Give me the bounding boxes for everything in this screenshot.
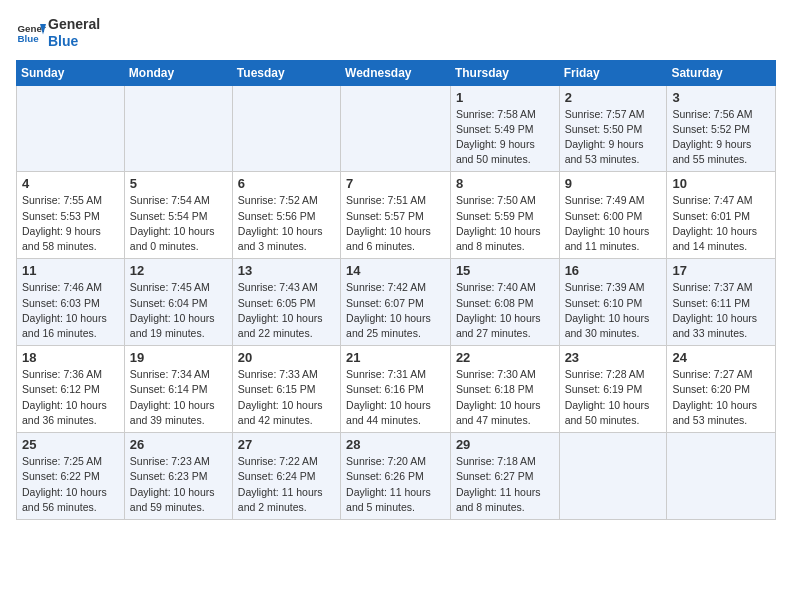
day-info: Sunrise: 7:28 AMSunset: 6:19 PMDaylight:… [565,367,662,428]
column-header-sunday: Sunday [17,60,125,85]
day-number: 29 [456,437,554,452]
week-row-3: 11Sunrise: 7:46 AMSunset: 6:03 PMDayligh… [17,259,776,346]
week-row-2: 4Sunrise: 7:55 AMSunset: 5:53 PMDaylight… [17,172,776,259]
day-cell: 24Sunrise: 7:27 AMSunset: 6:20 PMDayligh… [667,346,776,433]
day-number: 11 [22,263,119,278]
day-info: Sunrise: 7:40 AMSunset: 6:08 PMDaylight:… [456,280,554,341]
day-cell: 23Sunrise: 7:28 AMSunset: 6:19 PMDayligh… [559,346,667,433]
day-cell: 11Sunrise: 7:46 AMSunset: 6:03 PMDayligh… [17,259,125,346]
day-info: Sunrise: 7:34 AMSunset: 6:14 PMDaylight:… [130,367,227,428]
week-row-4: 18Sunrise: 7:36 AMSunset: 6:12 PMDayligh… [17,346,776,433]
day-info: Sunrise: 7:37 AMSunset: 6:11 PMDaylight:… [672,280,770,341]
day-number: 26 [130,437,227,452]
day-info: Sunrise: 7:39 AMSunset: 6:10 PMDaylight:… [565,280,662,341]
week-row-5: 25Sunrise: 7:25 AMSunset: 6:22 PMDayligh… [17,433,776,520]
day-info: Sunrise: 7:57 AMSunset: 5:50 PMDaylight:… [565,107,662,168]
day-cell: 17Sunrise: 7:37 AMSunset: 6:11 PMDayligh… [667,259,776,346]
day-cell: 27Sunrise: 7:22 AMSunset: 6:24 PMDayligh… [232,433,340,520]
day-cell [17,85,125,172]
day-cell: 29Sunrise: 7:18 AMSunset: 6:27 PMDayligh… [450,433,559,520]
day-cell: 26Sunrise: 7:23 AMSunset: 6:23 PMDayligh… [124,433,232,520]
column-header-friday: Friday [559,60,667,85]
day-cell: 16Sunrise: 7:39 AMSunset: 6:10 PMDayligh… [559,259,667,346]
day-number: 6 [238,176,335,191]
day-number: 9 [565,176,662,191]
day-number: 10 [672,176,770,191]
day-cell: 20Sunrise: 7:33 AMSunset: 6:15 PMDayligh… [232,346,340,433]
day-cell: 15Sunrise: 7:40 AMSunset: 6:08 PMDayligh… [450,259,559,346]
day-number: 4 [22,176,119,191]
day-number: 8 [456,176,554,191]
day-number: 28 [346,437,445,452]
day-cell: 10Sunrise: 7:47 AMSunset: 6:01 PMDayligh… [667,172,776,259]
day-info: Sunrise: 7:27 AMSunset: 6:20 PMDaylight:… [672,367,770,428]
day-info: Sunrise: 7:49 AMSunset: 6:00 PMDaylight:… [565,193,662,254]
day-cell: 18Sunrise: 7:36 AMSunset: 6:12 PMDayligh… [17,346,125,433]
day-cell [559,433,667,520]
column-header-monday: Monday [124,60,232,85]
day-info: Sunrise: 7:51 AMSunset: 5:57 PMDaylight:… [346,193,445,254]
day-cell: 28Sunrise: 7:20 AMSunset: 6:26 PMDayligh… [341,433,451,520]
day-number: 3 [672,90,770,105]
column-header-wednesday: Wednesday [341,60,451,85]
column-header-thursday: Thursday [450,60,559,85]
day-cell [124,85,232,172]
day-info: Sunrise: 7:50 AMSunset: 5:59 PMDaylight:… [456,193,554,254]
day-info: Sunrise: 7:18 AMSunset: 6:27 PMDaylight:… [456,454,554,515]
day-info: Sunrise: 7:25 AMSunset: 6:22 PMDaylight:… [22,454,119,515]
day-info: Sunrise: 7:30 AMSunset: 6:18 PMDaylight:… [456,367,554,428]
page-header: General Blue General Blue [16,16,776,50]
day-number: 22 [456,350,554,365]
day-cell: 12Sunrise: 7:45 AMSunset: 6:04 PMDayligh… [124,259,232,346]
day-cell: 1Sunrise: 7:58 AMSunset: 5:49 PMDaylight… [450,85,559,172]
logo-general: General [48,16,100,33]
day-number: 14 [346,263,445,278]
day-info: Sunrise: 7:33 AMSunset: 6:15 PMDaylight:… [238,367,335,428]
day-info: Sunrise: 7:31 AMSunset: 6:16 PMDaylight:… [346,367,445,428]
day-cell [232,85,340,172]
day-info: Sunrise: 7:54 AMSunset: 5:54 PMDaylight:… [130,193,227,254]
day-cell: 25Sunrise: 7:25 AMSunset: 6:22 PMDayligh… [17,433,125,520]
day-cell: 9Sunrise: 7:49 AMSunset: 6:00 PMDaylight… [559,172,667,259]
day-number: 20 [238,350,335,365]
day-info: Sunrise: 7:47 AMSunset: 6:01 PMDaylight:… [672,193,770,254]
day-number: 1 [456,90,554,105]
day-number: 16 [565,263,662,278]
logo-blue: Blue [48,33,100,50]
day-info: Sunrise: 7:58 AMSunset: 5:49 PMDaylight:… [456,107,554,168]
day-cell [341,85,451,172]
day-number: 24 [672,350,770,365]
day-number: 13 [238,263,335,278]
day-number: 23 [565,350,662,365]
day-info: Sunrise: 7:56 AMSunset: 5:52 PMDaylight:… [672,107,770,168]
day-cell: 14Sunrise: 7:42 AMSunset: 6:07 PMDayligh… [341,259,451,346]
calendar-table: SundayMondayTuesdayWednesdayThursdayFrid… [16,60,776,520]
day-cell: 22Sunrise: 7:30 AMSunset: 6:18 PMDayligh… [450,346,559,433]
day-cell: 21Sunrise: 7:31 AMSunset: 6:16 PMDayligh… [341,346,451,433]
day-cell: 3Sunrise: 7:56 AMSunset: 5:52 PMDaylight… [667,85,776,172]
day-number: 21 [346,350,445,365]
day-number: 2 [565,90,662,105]
day-number: 12 [130,263,227,278]
day-cell: 7Sunrise: 7:51 AMSunset: 5:57 PMDaylight… [341,172,451,259]
day-info: Sunrise: 7:55 AMSunset: 5:53 PMDaylight:… [22,193,119,254]
day-number: 27 [238,437,335,452]
logo: General Blue General Blue [16,16,100,50]
day-number: 25 [22,437,119,452]
day-number: 5 [130,176,227,191]
column-header-tuesday: Tuesday [232,60,340,85]
calendar-header-row: SundayMondayTuesdayWednesdayThursdayFrid… [17,60,776,85]
day-cell: 2Sunrise: 7:57 AMSunset: 5:50 PMDaylight… [559,85,667,172]
day-info: Sunrise: 7:22 AMSunset: 6:24 PMDaylight:… [238,454,335,515]
day-cell [667,433,776,520]
column-header-saturday: Saturday [667,60,776,85]
day-cell: 13Sunrise: 7:43 AMSunset: 6:05 PMDayligh… [232,259,340,346]
day-info: Sunrise: 7:52 AMSunset: 5:56 PMDaylight:… [238,193,335,254]
day-info: Sunrise: 7:45 AMSunset: 6:04 PMDaylight:… [130,280,227,341]
day-info: Sunrise: 7:23 AMSunset: 6:23 PMDaylight:… [130,454,227,515]
logo-icon: General Blue [16,18,46,48]
day-info: Sunrise: 7:42 AMSunset: 6:07 PMDaylight:… [346,280,445,341]
day-cell: 5Sunrise: 7:54 AMSunset: 5:54 PMDaylight… [124,172,232,259]
svg-text:Blue: Blue [18,33,40,44]
day-info: Sunrise: 7:43 AMSunset: 6:05 PMDaylight:… [238,280,335,341]
